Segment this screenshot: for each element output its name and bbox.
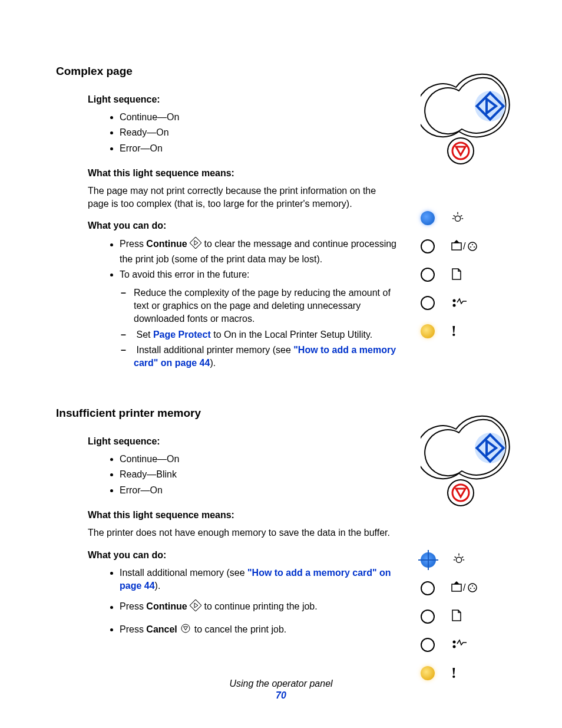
svg-rect-19 <box>190 600 201 612</box>
figure-column: / <box>409 65 521 383</box>
toner-icon: / <box>451 239 474 254</box>
light-row <box>421 546 521 574</box>
error-icon: ! <box>451 324 474 339</box>
figure-column: / <box>409 407 521 687</box>
svg-point-16 <box>472 244 473 245</box>
lights-table: / <box>421 204 521 345</box>
svg-rect-31 <box>452 584 461 591</box>
paper-icon <box>451 268 474 282</box>
list-item: Ready—On <box>120 126 398 139</box>
list-item: Install additional printer memory (see "… <box>134 344 398 370</box>
means-label: What this light sequence means: <box>88 168 398 179</box>
light-row <box>421 631 521 659</box>
means-body: The printer does not have enough memory … <box>88 526 398 539</box>
svg-text:/: / <box>463 582 466 592</box>
page-protect-link[interactable]: Page Protect <box>153 330 211 340</box>
jam-icon <box>451 638 474 651</box>
led-blink-blue <box>421 552 436 568</box>
light-sequence-list: Continue—On Ready—Blink Error—On <box>120 453 398 497</box>
svg-point-1 <box>475 91 505 121</box>
continue-icon <box>190 599 201 615</box>
text-column: Complex page Light sequence: Continue—On… <box>56 65 398 383</box>
svg-point-15 <box>474 246 475 248</box>
footer-section-title: Using the operator panel <box>0 678 562 689</box>
continue-icon <box>190 237 201 252</box>
led-off <box>421 296 435 310</box>
led-off <box>421 239 435 253</box>
section-insufficient-memory: Insufficient printer memory Light sequen… <box>56 407 521 687</box>
light-row: / <box>421 574 521 602</box>
led-off <box>421 610 435 624</box>
list-item: Error—On <box>120 142 398 155</box>
light-row: / <box>421 232 521 261</box>
lights-table: / <box>421 546 521 687</box>
operator-panel-figure: / <box>421 411 521 687</box>
svg-line-8 <box>461 215 462 216</box>
light-bulb-icon <box>452 552 475 567</box>
svg-point-34 <box>470 588 471 589</box>
svg-point-21 <box>475 433 505 463</box>
light-bulb-icon <box>451 211 474 226</box>
light-row <box>421 204 521 232</box>
light-sequence-label: Light sequence: <box>88 436 398 447</box>
list-item: Press Continue to continue printing the … <box>120 599 398 615</box>
svg-line-7 <box>454 215 455 216</box>
svg-point-14 <box>470 246 471 248</box>
light-row <box>421 289 521 317</box>
led-on-blue <box>421 211 435 225</box>
svg-text:/: / <box>463 241 466 251</box>
svg-line-27 <box>455 557 457 558</box>
led-off <box>421 268 435 282</box>
do-list: Press Continue to clear the message and … <box>120 237 398 370</box>
light-row <box>421 602 521 631</box>
svg-point-33 <box>468 584 477 592</box>
operator-panel-figure: / <box>421 70 521 383</box>
svg-point-5 <box>455 216 460 221</box>
light-sequence-label: Light sequence: <box>88 94 398 105</box>
means-body: The page may not print correctly because… <box>88 185 398 210</box>
means-label: What this light sequence means: <box>88 510 398 521</box>
jam-icon <box>451 297 474 310</box>
svg-point-35 <box>474 588 475 589</box>
list-item: Continue—On <box>120 453 398 466</box>
led-off <box>421 581 435 595</box>
svg-rect-0 <box>190 237 201 249</box>
do-label: What you can do: <box>88 220 398 231</box>
led-on-amber <box>421 324 435 338</box>
list-item: Ready—Blink <box>120 468 398 481</box>
svg-point-20 <box>181 624 190 633</box>
svg-point-25 <box>456 558 461 563</box>
footer-page-number: 70 <box>0 690 562 701</box>
list-item: Press Cancel to cancel the print job. <box>120 622 398 638</box>
list-item: Install additional memory (see "How to a… <box>120 566 398 593</box>
list-item: Reduce the complexity of the page by red… <box>134 286 398 326</box>
paper-icon <box>451 609 474 624</box>
svg-point-37 <box>453 641 456 644</box>
svg-point-17 <box>453 299 456 302</box>
section-heading: Complex page <box>56 65 398 78</box>
svg-line-28 <box>462 557 464 558</box>
toner-icon: / <box>451 581 474 595</box>
page-footer: Using the operator panel 70 <box>0 678 562 701</box>
svg-point-38 <box>453 645 456 648</box>
cancel-icon <box>180 622 191 638</box>
light-row: ! <box>421 317 521 345</box>
light-row <box>421 261 521 289</box>
do-list: Install additional memory (see "How to a… <box>120 566 398 638</box>
section-complex-page: Complex page Light sequence: Continue—On… <box>56 65 521 383</box>
list-item: Press Continue to clear the message and … <box>120 237 398 266</box>
svg-rect-11 <box>452 243 461 250</box>
list-item: Continue—On <box>120 111 398 124</box>
text-column: Insufficient printer memory Light sequen… <box>56 407 398 687</box>
svg-point-36 <box>472 585 473 587</box>
svg-point-13 <box>468 242 477 251</box>
section-heading: Insufficient printer memory <box>56 407 398 420</box>
do-label: What you can do: <box>88 550 398 561</box>
list-item: Error—On <box>120 484 398 497</box>
led-off <box>421 638 435 652</box>
light-sequence-list: Continue—On Ready—On Error—On <box>120 111 398 155</box>
svg-point-18 <box>453 304 456 307</box>
list-item: To avoid this error in the future: Reduc… <box>120 268 398 370</box>
list-item: Set Page Protect to On in the Local Prin… <box>134 328 398 341</box>
